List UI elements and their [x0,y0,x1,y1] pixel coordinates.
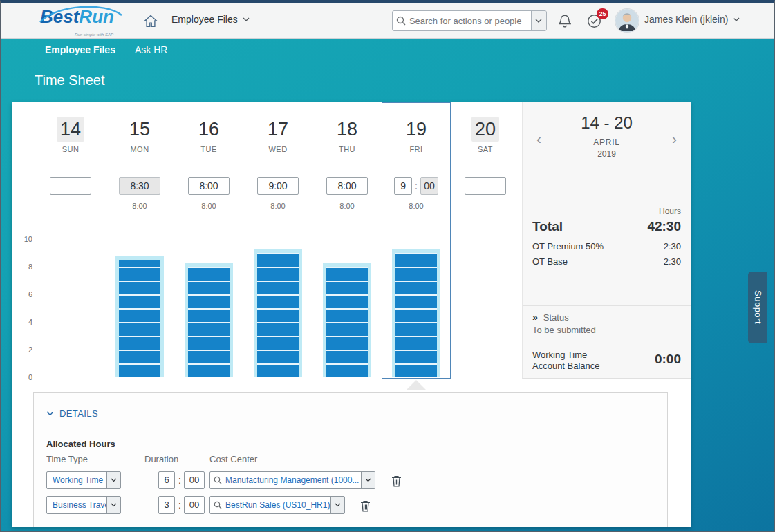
duration-minutes-input[interactable]: 00 [184,471,205,489]
module-switcher[interactable]: Employee Files [171,14,250,25]
hours-bar-chart: 10 8 6 4 2 0 [12,239,522,377]
bar-tue[interactable] [185,263,233,377]
user-menu[interactable]: James Klein (jklein) [644,14,740,25]
cost-center-value: BestRun Sales (US10_HR1) [225,500,330,510]
details-title: DETAILS [59,408,98,419]
bar-wed[interactable] [254,249,302,377]
day-column-fri-selected[interactable]: 19 FRI 9 00 8:00 [382,102,451,210]
details-collapse-toggle[interactable]: DETAILS [46,408,98,419]
bestrun-logo[interactable]: BestRun Run simple with SAP [40,7,123,44]
home-icon[interactable] [143,14,158,28]
day-column-thu[interactable]: 18 THU 8:00 8:00 [312,102,382,210]
avatar-photo [615,9,639,32]
time-input-sun[interactable] [50,177,91,195]
column-label-duration: Duration [144,454,178,464]
search-icon [393,11,409,30]
time-input-sat[interactable] [465,177,506,195]
search-input[interactable] [409,11,531,30]
timesheet-card: 14 SUN 15 MON 8:30 8:00 16 TUE 8:00 8:00… [12,102,691,527]
duration-minutes-input[interactable]: 00 [184,496,205,514]
day-column-tue[interactable]: 16 TUE 8:00 8:00 [174,102,243,210]
divider [523,343,691,343]
time-input-tue[interactable]: 8:00 [188,177,230,195]
time-type-select[interactable]: Working Time [46,471,121,489]
day-number: 16 [174,116,243,142]
month-label: APRIL [523,137,691,147]
planned-hours: 8:00 [243,202,312,210]
user-name-label: James Klein (jklein) [644,14,728,25]
support-tab[interactable]: Support [748,272,767,343]
day-name: SAT [451,145,520,153]
user-avatar[interactable] [615,9,639,32]
time-type-value: Working Time [47,475,106,485]
todo-check-icon[interactable]: 25 [586,13,601,28]
delete-row-button[interactable] [358,499,372,513]
day-column-wed[interactable]: 17 WED 9:00 8:00 [243,102,312,210]
day-name: WED [243,145,312,153]
tab-ask-hr[interactable]: Ask HR [133,42,169,57]
duration-hours-input[interactable]: 3 [158,496,175,514]
ot-premium-value: 2:30 [664,241,681,251]
cost-center-value: Manufacturing Management (1000... [225,475,361,485]
value-help-button[interactable] [361,472,375,488]
day-name: SUN [36,145,105,153]
ot-premium-label: OT Premium 50% [532,241,604,251]
time-type-select[interactable]: Business Travel [46,496,121,514]
planned-hours: 8:00 [105,202,174,210]
working-time-account-value: 0:00 [655,352,681,367]
time-input-wed[interactable]: 9:00 [257,177,299,195]
time-separator [178,499,181,511]
planned-hours: 8:00 [312,202,382,210]
status-label: Status [543,312,569,323]
chevron-down-icon [365,478,371,482]
value-help-button[interactable] [330,497,344,513]
y-axis-tick: 8 [15,262,32,272]
column-label-time-type: Time Type [46,454,88,464]
tab-employee-files[interactable]: Employee Files [44,42,117,57]
details-panel: DETAILS Allocated Hours Time Type Durati… [33,392,668,527]
ot-base-value: 2:30 [664,256,681,267]
day-name: TUE [174,145,243,153]
notifications-bell-icon[interactable] [557,13,572,28]
day-number: 14 [36,116,105,142]
timesheet-app-window: BestRun Run simple with SAP Employee Fil… [0,0,775,532]
y-axis-tick: 0 [15,372,32,382]
logo-tagline: Run simple with SAP [40,25,123,44]
day-column-sun[interactable]: 14 SUN [36,102,105,202]
logo-text-run: Run [79,6,114,27]
ot-base-label: OT Base [532,256,568,267]
search-scope-dropdown[interactable] [531,11,546,30]
select-arrow-button[interactable] [106,472,120,488]
day-column-mon[interactable]: 15 MON 8:30 8:00 [105,102,174,210]
bar-fri[interactable] [392,249,440,377]
time-input-fri-hours[interactable]: 9 [394,177,412,195]
day-column-sat[interactable]: 20 SAT [451,102,520,202]
planned-hours: 8:00 [382,202,451,210]
time-input-mon[interactable]: 8:30 [119,177,160,195]
status-double-chevron-icon: » [532,312,538,323]
todo-count-badge: 25 [597,8,608,19]
planned-hours: 8:00 [174,202,243,210]
cost-center-field[interactable]: Manufacturing Management (1000... [209,471,375,489]
day-name: MON [105,145,174,153]
allocation-row: Working Time 6 00 Manufacturing Manageme… [34,471,667,491]
day-name: FRI [382,145,451,153]
chevron-down-icon [111,503,117,507]
select-arrow-button[interactable] [106,497,120,513]
bar-mon[interactable] [115,256,164,377]
cost-center-field[interactable]: BestRun Sales (US10_HR1) [209,496,345,514]
search-icon [210,501,225,509]
duration-hours-input[interactable]: 6 [158,471,175,489]
module-title-label: Employee Files [171,14,238,25]
trash-icon [360,500,371,512]
logo-text-best: Best [40,6,79,27]
total-label: Total [532,219,563,234]
search-bar [392,10,547,31]
divider [523,305,691,306]
delete-row-button[interactable] [389,474,403,488]
bar-thu[interactable] [323,263,371,377]
time-type-value: Business Travel [47,500,106,510]
time-input-fri-minutes[interactable]: 00 [420,177,438,195]
time-input-thu[interactable]: 8:00 [326,177,368,195]
time-separator [178,474,181,486]
